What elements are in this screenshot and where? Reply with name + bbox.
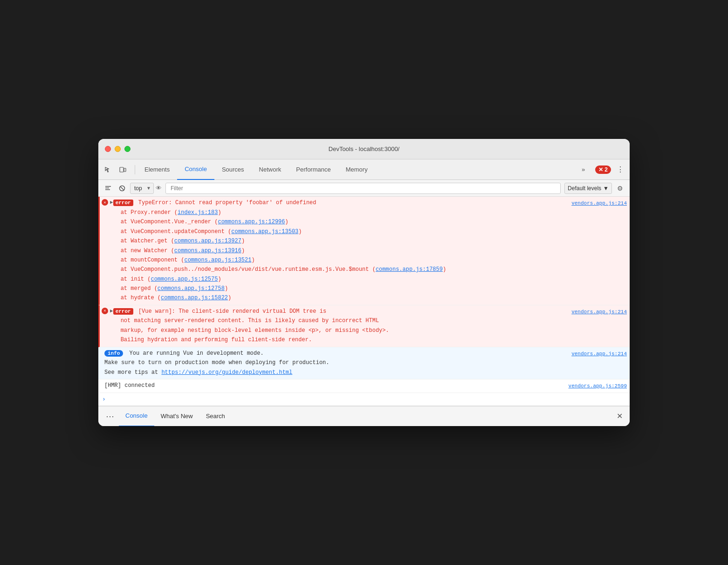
inspect-icon[interactable] (101, 163, 114, 176)
entry-body-3: info You are running Vue in development … (104, 349, 627, 377)
console-toolbar: top ▼ 👁 Default levels ▼ ⚙ (98, 180, 630, 197)
stack-link-1-5[interactable]: commons.app.js:13916 (174, 248, 241, 254)
filter-area[interactable] (165, 183, 561, 194)
device-icon[interactable] (116, 163, 129, 176)
deployment-link[interactable]: https://vuejs.org/guide/deployment.html (161, 369, 292, 376)
divider (135, 165, 135, 174)
error-detail-2: not matching server-rendered content. Th… (113, 316, 627, 345)
console-error-1: ✕ ▶ error TypeError: Cannot read propert… (98, 197, 630, 305)
filter-input[interactable] (169, 184, 557, 193)
close-devtools-button[interactable]: ✕ (613, 410, 626, 423)
error-count-badge[interactable]: ✕ 2 (595, 165, 611, 174)
entry-main-row-4: [HMR] connected vendors.app.js:2599 (104, 381, 627, 391)
entry-main-row-2: error [Vue warn]: The client-side render… (113, 307, 627, 317)
svg-rect-3 (105, 187, 109, 188)
window-title: DevTools - localhost:3000/ (329, 145, 399, 152)
close-button[interactable] (105, 146, 111, 152)
tab-performance[interactable]: Performance (288, 159, 338, 180)
console-cursor-line[interactable]: › (98, 393, 630, 406)
entry-left-1: ✕ ▶ (102, 199, 113, 206)
maximize-button[interactable] (124, 146, 130, 152)
error-icon: ✕ (598, 166, 603, 173)
stop-button[interactable] (116, 182, 128, 194)
info-line-1: info You are running Vue in development … (104, 349, 264, 358)
svg-rect-1 (124, 168, 126, 172)
log-levels-button[interactable]: Default levels ▼ (564, 183, 612, 194)
settings-button[interactable]: ⚙ (614, 182, 626, 194)
cursor-icon: › (102, 396, 106, 403)
bottombar-right: ✕ (613, 410, 626, 423)
plain-source-1[interactable]: vendors.app.js:2599 (569, 382, 627, 391)
info-source-1[interactable]: vendors.app.js:214 (571, 350, 627, 358)
entry-body-1: error TypeError: Cannot read property 'f… (113, 199, 627, 303)
stack-link-1-9[interactable]: commons.app.js:12758 (158, 285, 225, 292)
expand-arrow-2[interactable]: ▶ (110, 308, 113, 314)
eye-icon[interactable]: 👁 (156, 185, 162, 192)
entry-left-2: ✕ ▶ (102, 307, 113, 314)
info-badge-1: info (104, 350, 123, 357)
tabbar-icons (101, 163, 129, 176)
titlebar: DevTools - localhost:3000/ (98, 139, 630, 159)
error-badge-1: error (113, 200, 133, 206)
error-source-2[interactable]: vendors.app.js:214 (571, 308, 627, 317)
info-detail-1: Make sure to turn on production mode whe… (104, 358, 627, 377)
svg-line-6 (121, 186, 124, 190)
stack-trace-1: at Proxy.render (index.js:183) at VueCom… (113, 208, 627, 303)
error-count: 2 (604, 166, 608, 173)
clear-console-button[interactable] (102, 182, 114, 194)
svg-rect-0 (120, 167, 124, 172)
tab-more[interactable]: » (574, 159, 592, 180)
error-line-2: error [Vue warn]: The client-side render… (113, 307, 326, 316)
menu-button[interactable]: ⋮ (614, 163, 627, 176)
entry-main-row-3: info You are running Vue in development … (104, 349, 627, 358)
stack-link-1-8[interactable]: commons.app.js:12575 (151, 276, 218, 282)
tabbar: Elements Console Sources Network Perform… (98, 159, 630, 180)
console-info-1: info You are running Vue in development … (98, 347, 630, 379)
stack-link-1-6[interactable]: commons.app.js:13521 (184, 257, 251, 263)
stack-link-1-1[interactable]: index.js:183 (178, 209, 218, 216)
bottom-tab-search[interactable]: Search (199, 406, 232, 426)
stack-link-1-2[interactable]: commons.app.js:12996 (218, 219, 285, 225)
tab-console[interactable]: Console (177, 159, 214, 180)
tabbar-right: » ✕ 2 ⋮ (574, 159, 627, 180)
levels-arrow-icon: ▼ (603, 185, 609, 192)
console-plain-1: [HMR] connected vendors.app.js:2599 (98, 379, 630, 393)
bottombar-menu-button[interactable]: ⋯ (102, 409, 119, 423)
entry-body-2: error [Vue warn]: The client-side render… (113, 307, 627, 345)
entry-body-4: [HMR] connected vendors.app.js:2599 (104, 381, 627, 391)
error-indicator-1: ✕ (102, 199, 108, 206)
svg-rect-2 (105, 186, 111, 187)
bottombar: ⋯ Console What's New Search ✕ (98, 406, 630, 426)
error-message-2: [Vue warn]: The client-side rendered vir… (138, 308, 326, 315)
tab-sources[interactable]: Sources (214, 159, 252, 180)
tab-elements[interactable]: Elements (137, 159, 177, 180)
tab-memory[interactable]: Memory (338, 159, 375, 180)
context-select[interactable]: top (130, 183, 154, 194)
context-select-wrapper: top ▼ (130, 183, 154, 194)
stack-link-1-10[interactable]: commons.app.js:15822 (161, 295, 228, 301)
error-line-1: error TypeError: Cannot read property 'f… (113, 199, 316, 207)
entry-main-row-1: error TypeError: Cannot read property 'f… (113, 199, 627, 208)
minimize-button[interactable] (115, 146, 121, 152)
error-indicator-2: ✕ (102, 308, 108, 314)
error-message-1: TypeError: Cannot read property 'foobar'… (138, 200, 316, 206)
stack-link-1-3[interactable]: commons.app.js:13503 (231, 228, 298, 235)
expand-arrow-1[interactable]: ▶ (110, 199, 113, 205)
svg-rect-4 (105, 189, 110, 190)
error-source-1[interactable]: vendors.app.js:214 (571, 200, 627, 208)
console-output: ✕ ▶ error TypeError: Cannot read propert… (98, 197, 630, 405)
console-error-2: ✕ ▶ error [Vue warn]: The client-side re… (98, 305, 630, 347)
bottom-tab-whats-new[interactable]: What's New (154, 406, 199, 426)
error-badge-2: error (113, 308, 133, 315)
stack-link-1-4[interactable]: commons.app.js:13927 (174, 238, 241, 244)
tab-network[interactable]: Network (252, 159, 289, 180)
traffic-lights (105, 146, 130, 152)
plain-message-1: [HMR] connected (104, 381, 155, 390)
stack-link-1-7[interactable]: commons.app.js:17859 (376, 266, 443, 273)
levels-label: Default levels (568, 185, 601, 192)
bottom-tab-console[interactable]: Console (119, 406, 154, 426)
devtools-window: DevTools - localhost:3000/ Elements Cons… (98, 139, 630, 426)
info-message-1: You are running Vue in development mode. (130, 350, 264, 357)
